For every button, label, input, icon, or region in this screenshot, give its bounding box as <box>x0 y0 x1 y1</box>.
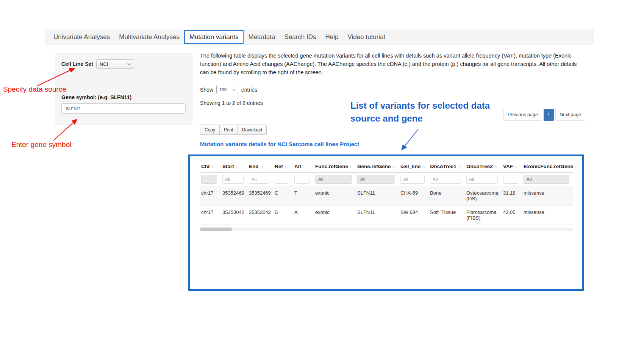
column-header-oncotree1[interactable]: OncoTree1↑↓ <box>428 161 465 173</box>
filter-cell <box>293 173 314 186</box>
column-header-start[interactable]: Start↑↓ <box>221 161 247 173</box>
column-label: cell_line <box>400 164 420 169</box>
table-cell: Soft_Tissue <box>428 206 465 225</box>
tab-search-ids[interactable]: Search IDs <box>280 30 320 44</box>
filter-cell <box>200 173 221 186</box>
column-header-cell-line[interactable]: cell_line↑↓ <box>399 161 428 173</box>
column-label: Gene.refGene <box>357 164 391 169</box>
table-cell: SW 684 <box>399 206 428 225</box>
table-cell: 31.18 <box>502 186 522 206</box>
tab-multivariate-analyses[interactable]: Multivariate Analyses <box>114 30 184 44</box>
previous-page-button[interactable]: Previous page <box>503 109 542 121</box>
filter-cell <box>465 173 502 186</box>
column-header-chr[interactable]: Chr↑↓ <box>200 161 221 173</box>
filter-cell <box>273 173 293 186</box>
export-buttons: CopyPrintDownload <box>200 125 266 135</box>
filter-cell: All <box>314 173 356 186</box>
column-label: Ref <box>275 164 283 169</box>
tab-univariate-analyses[interactable]: Univariate Analyses <box>49 30 114 44</box>
table-cell: SLFN11 <box>356 186 399 206</box>
print-button[interactable]: Print <box>219 125 238 135</box>
page-length-value: 100 <box>219 87 227 92</box>
column-filter-input[interactable] <box>466 175 498 184</box>
sort-icon: ↑↓ <box>260 164 263 169</box>
column-filter-input[interactable] <box>249 175 269 184</box>
table-cell: 42.05 <box>502 206 522 225</box>
sort-icon: ↑↓ <box>514 164 517 169</box>
tab-mutation-variants[interactable]: Mutation variants <box>184 30 244 44</box>
show-label: Show <box>200 87 213 93</box>
column-filter-input[interactable] <box>294 175 310 184</box>
column-filter-input[interactable] <box>275 175 289 184</box>
entries-label: entries <box>241 87 257 93</box>
table-description: The following table displays the selecte… <box>200 51 579 76</box>
variants-table: Chr↑↓Start↑↓End↑↓Ref↑↓Alt↑↓Func.refGene↑… <box>200 161 573 225</box>
column-filter-select[interactable]: All <box>357 175 395 184</box>
column-header-func-refgene[interactable]: Func.refGene↑↓ <box>314 161 356 173</box>
table-cell: A <box>293 206 314 225</box>
column-label: OncoTree1 <box>430 164 456 169</box>
column-filter-select[interactable]: All <box>315 175 352 184</box>
column-header-oncotree2[interactable]: OncoTree2↑↓ <box>465 161 502 173</box>
column-filter-input[interactable] <box>222 175 244 184</box>
download-button[interactable]: Download <box>238 125 267 135</box>
table-info: Showing 1 to 2 of 2 entries <box>200 100 263 106</box>
column-filter-input[interactable] <box>430 175 461 184</box>
tab-metadata[interactable]: Metadata <box>244 30 280 44</box>
copy-button[interactable]: Copy <box>200 125 220 135</box>
cell-line-set-select[interactable]: NCI <box>96 59 134 69</box>
table-header-row: Chr↑↓Start↑↓End↑↓Ref↑↓Alt↑↓Func.refGene↑… <box>200 161 573 173</box>
table-body: chr173535246935352469CTexonicSLFN11CHA-5… <box>200 186 573 225</box>
cell-line-set-label: Cell Line Set <box>61 61 93 67</box>
filter-cell: All <box>522 173 573 186</box>
column-label: Alt <box>294 164 301 169</box>
table-cell: chr17 <box>200 206 221 225</box>
sort-icon: ↑↓ <box>494 164 497 169</box>
horizontal-scrollbar[interactable] <box>200 228 573 231</box>
column-header-alt[interactable]: Alt↑↓ <box>293 161 314 173</box>
gene-symbol-input[interactable] <box>61 103 186 114</box>
column-header-ref[interactable]: Ref↑↓ <box>273 161 293 173</box>
table-cell: Osteosarcoma (OS) <box>465 186 502 206</box>
column-header-vaf[interactable]: VAF↑↓ <box>502 161 522 173</box>
column-header-gene-refgene[interactable]: Gene.refGene↑↓ <box>356 161 399 173</box>
column-header-end[interactable]: End↑↓ <box>247 161 273 173</box>
sort-icon: ↑↓ <box>575 164 577 169</box>
cell-line-set-value: NCI <box>100 61 108 67</box>
column-header-exonicfunc-refgene[interactable]: ExonicFunc.refGene↑↓ <box>522 161 573 173</box>
tab-help[interactable]: Help <box>320 30 343 44</box>
table-cell: exonic <box>314 186 356 206</box>
table-cell: 35352469 <box>221 186 247 206</box>
variants-table-container: Chr↑↓Start↑↓End↑↓Ref↑↓Alt↑↓Func.refGene↑… <box>188 154 584 291</box>
sort-icon: ↑↓ <box>458 164 461 169</box>
table-cell: CHA-59 <box>399 186 428 206</box>
nav-tabs: Univariate AnalysesMultivariate Analyses… <box>45 30 594 45</box>
table-cell: T <box>293 186 314 206</box>
table-cell: missense <box>522 186 573 206</box>
table-cell: C <box>273 186 293 206</box>
column-filter-select[interactable] <box>201 175 217 184</box>
filter-cell <box>502 173 522 186</box>
table-cell: Bone <box>428 186 465 206</box>
column-filter-input[interactable] <box>503 175 518 184</box>
page-number-button[interactable]: 1 <box>544 109 554 121</box>
column-filter-input[interactable] <box>400 175 425 184</box>
column-filter-select[interactable]: All <box>524 175 569 184</box>
column-label: ExonicFunc.refGene <box>524 164 573 169</box>
cell-line-set-row: Cell Line Set NCI <box>61 59 134 69</box>
annotation-enter-gene-symbol: Enter gene symbol <box>11 140 71 149</box>
scrollbar-thumb[interactable] <box>200 228 232 231</box>
table-cell: G <box>273 206 293 225</box>
gene-symbol-label: Gene symbol: (e.g. SLFN11) <box>61 94 131 100</box>
next-page-button[interactable]: Next page <box>555 109 585 121</box>
table-cell: chr17 <box>200 186 221 206</box>
filter-cell <box>247 173 273 186</box>
table-cell: Fibrosarcoma (FIBS) <box>465 206 502 225</box>
column-label: Func.refGene <box>315 164 348 169</box>
page-length-select[interactable]: 100 <box>216 85 238 94</box>
tab-video-tutorial[interactable]: Video tutorial <box>343 30 389 44</box>
annotation-specify-data-source: Specify data source <box>3 85 66 94</box>
filter-cell <box>428 173 465 186</box>
table-filter-row: AllAllAll <box>200 173 573 186</box>
column-label: End <box>249 164 259 169</box>
